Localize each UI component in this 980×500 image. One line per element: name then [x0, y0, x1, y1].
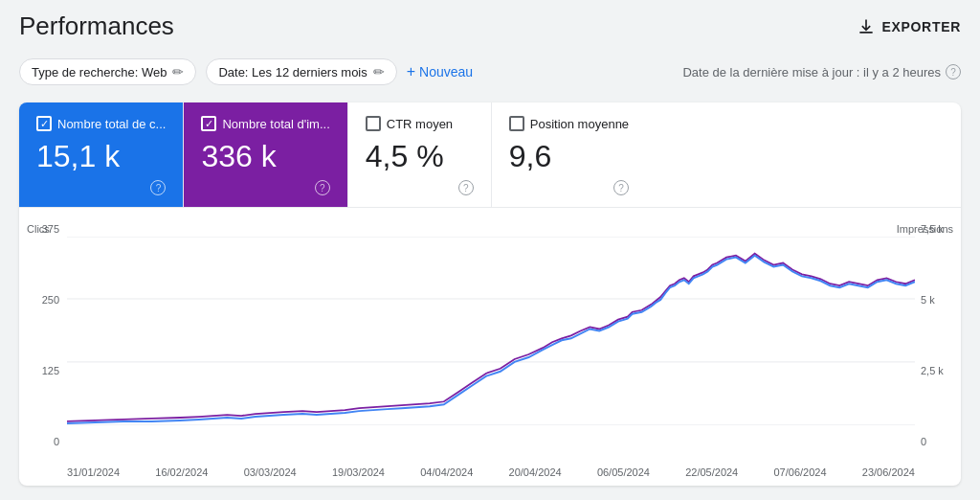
last-update-help-icon[interactable]: ? — [946, 64, 961, 80]
metric-impressions-value: 336 k — [201, 139, 329, 174]
x-label-9: 23/06/2024 — [862, 466, 915, 478]
last-update: Date de la dernière mise à jour : il y a… — [682, 64, 961, 80]
metric-ctr-label: CTR moyen — [387, 117, 453, 131]
metric-position-label: Position moyenne — [530, 117, 629, 131]
metric-ctr-header: CTR moyen — [366, 116, 474, 131]
x-label-0: 31/01/2024 — [67, 466, 120, 478]
export-icon — [857, 17, 876, 36]
metric-position-footer: ? — [509, 180, 629, 195]
y-left-375: 375 — [42, 223, 59, 235]
metric-clics-value: 15,1 k — [36, 139, 166, 174]
metric-clics-checkbox: ✓ — [36, 116, 52, 131]
metric-position-help-icon[interactable]: ? — [613, 180, 629, 195]
header-row: Performances EXPORTER — [19, 11, 961, 41]
edit-date-icon: ✏ — [373, 64, 385, 80]
metric-ctr-checkbox — [366, 116, 381, 131]
x-label-3: 19/03/2024 — [332, 466, 385, 478]
x-label-1: 16/02/2024 — [155, 466, 208, 478]
chart-y-right-labels: 7,5 k 5 k 2,5 k 0 — [915, 223, 961, 447]
metric-impressions-header: ✓ Nombre total d'im... — [201, 116, 329, 131]
y-right-2k5: 2,5 k — [921, 365, 944, 376]
page: Performances EXPORTER Type de recherche:… — [0, 0, 980, 500]
chart-x-labels: 31/01/2024 16/02/2024 03/03/2024 19/03/2… — [67, 466, 915, 478]
y-right-0: 0 — [921, 436, 926, 447]
metric-impressions-checkbox: ✓ — [201, 116, 216, 131]
edit-type-icon: ✏ — [172, 64, 184, 80]
metric-ctr-value: 4,5 % — [366, 139, 474, 174]
metric-position-value: 9,6 — [509, 139, 629, 174]
main-card: ✓ Nombre total de c... 15,1 k ? ✓ Nombre… — [19, 102, 961, 486]
chart-svg — [67, 237, 915, 425]
new-button[interactable]: + Nouveau — [407, 63, 473, 80]
metric-clics-help-icon[interactable]: ? — [150, 180, 166, 195]
filters-row: Type de recherche: Web ✏ Date: Les 12 de… — [19, 58, 961, 85]
metric-impressions-footer: ? — [201, 180, 329, 195]
metric-clics-footer: ? — [36, 180, 166, 195]
export-button[interactable]: EXPORTER — [857, 17, 961, 36]
metric-impressions[interactable]: ✓ Nombre total d'im... 336 k ? — [184, 102, 347, 207]
x-label-7: 22/05/2024 — [685, 466, 738, 478]
metric-clics-header: ✓ Nombre total de c... — [36, 116, 166, 131]
chart-y-left-labels: 375 250 125 0 — [19, 223, 65, 447]
x-label-4: 04/04/2024 — [420, 466, 473, 478]
y-right-5k: 5 k — [921, 294, 935, 306]
x-label-2: 03/03/2024 — [244, 466, 297, 478]
x-label-6: 06/05/2024 — [597, 466, 650, 478]
plus-icon: + — [407, 63, 415, 80]
filter-type-label: Type de recherche: Web — [32, 65, 167, 80]
y-left-125: 125 — [42, 365, 59, 376]
metric-impressions-help-icon[interactable]: ? — [315, 180, 330, 195]
filter-date-label: Date: Les 12 derniers mois — [218, 65, 367, 80]
metric-ctr[interactable]: CTR moyen 4,5 % ? — [348, 102, 492, 207]
page-title: Performances — [19, 11, 174, 41]
metrics-row: ✓ Nombre total de c... 15,1 k ? ✓ Nombre… — [19, 102, 961, 208]
y-right-7k5: 7,5 k — [921, 223, 944, 235]
metric-clics[interactable]: ✓ Nombre total de c... 15,1 k ? — [19, 102, 184, 207]
chart-area: Clics Impressions 375 250 125 0 7,5 k 5 … — [19, 208, 961, 486]
x-label-8: 07/06/2024 — [774, 466, 827, 478]
y-left-250: 250 — [42, 294, 59, 306]
metric-ctr-help-icon[interactable]: ? — [458, 180, 474, 195]
export-label: EXPORTER — [881, 19, 961, 34]
new-label: Nouveau — [419, 64, 473, 80]
filter-date[interactable]: Date: Les 12 derniers mois ✏ — [206, 58, 396, 85]
metric-clics-label: Nombre total de c... — [57, 117, 166, 131]
metric-impressions-label: Nombre total d'im... — [222, 117, 329, 131]
y-left-0: 0 — [54, 436, 59, 447]
metric-position-header: Position moyenne — [509, 116, 629, 131]
metric-ctr-footer: ? — [366, 180, 474, 195]
metric-position[interactable]: Position moyenne 9,6 ? — [492, 102, 646, 207]
filter-type-recherche[interactable]: Type de recherche: Web ✏ — [19, 58, 196, 85]
metric-position-checkbox — [509, 116, 524, 131]
x-label-5: 20/04/2024 — [509, 466, 562, 478]
last-update-text: Date de la dernière mise à jour : il y a… — [682, 65, 941, 80]
